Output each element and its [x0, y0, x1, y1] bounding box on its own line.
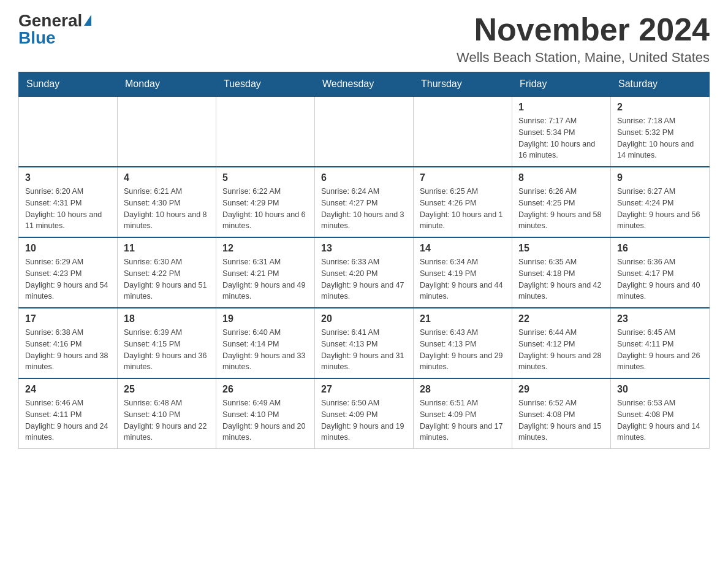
day-number: 30 [617, 384, 703, 395]
calendar-cell: 8Sunrise: 6:26 AMSunset: 4:25 PMDaylight… [512, 167, 611, 237]
day-number: 15 [518, 243, 604, 254]
day-number: 6 [321, 172, 407, 183]
weekday-header-monday: Monday [118, 72, 216, 97]
day-info: Sunrise: 6:52 AMSunset: 4:08 PMDaylight:… [518, 397, 604, 443]
day-info: Sunrise: 6:22 AMSunset: 4:29 PMDaylight:… [222, 186, 308, 232]
calendar-cell: 11Sunrise: 6:30 AMSunset: 4:22 PMDayligh… [118, 237, 216, 308]
day-info: Sunrise: 6:49 AMSunset: 4:10 PMDaylight:… [222, 397, 308, 443]
logo-blue: Blue [18, 28, 56, 47]
day-number: 14 [420, 243, 506, 254]
day-info: Sunrise: 6:36 AMSunset: 4:17 PMDaylight:… [617, 256, 703, 302]
day-number: 28 [420, 384, 506, 395]
calendar-cell: 13Sunrise: 6:33 AMSunset: 4:20 PMDayligh… [315, 237, 414, 308]
calendar-cell: 19Sunrise: 6:40 AMSunset: 4:14 PMDayligh… [216, 308, 315, 378]
title-area: November 2024 Wells Beach Station, Maine… [457, 12, 710, 66]
day-info: Sunrise: 6:35 AMSunset: 4:18 PMDaylight:… [518, 256, 604, 302]
day-info: Sunrise: 6:33 AMSunset: 4:20 PMDaylight:… [321, 256, 407, 302]
weekday-header-tuesday: Tuesday [216, 72, 315, 97]
day-info: Sunrise: 6:45 AMSunset: 4:11 PMDaylight:… [617, 327, 703, 373]
calendar-cell: 4Sunrise: 6:21 AMSunset: 4:30 PMDaylight… [118, 167, 216, 237]
calendar-cell: 1Sunrise: 7:17 AMSunset: 5:34 PMDaylight… [512, 96, 611, 167]
day-number: 18 [124, 313, 210, 324]
calendar-cell: 24Sunrise: 6:46 AMSunset: 4:11 PMDayligh… [19, 378, 118, 449]
calendar-cell: 16Sunrise: 6:36 AMSunset: 4:17 PMDayligh… [611, 237, 710, 308]
day-info: Sunrise: 6:40 AMSunset: 4:14 PMDaylight:… [222, 327, 308, 373]
calendar-cell [216, 96, 315, 167]
week-row-2: 3Sunrise: 6:20 AMSunset: 4:31 PMDaylight… [19, 167, 710, 237]
day-number: 2 [617, 102, 703, 113]
day-info: Sunrise: 7:17 AMSunset: 5:34 PMDaylight:… [518, 115, 604, 161]
day-info: Sunrise: 7:18 AMSunset: 5:32 PMDaylight:… [617, 115, 703, 161]
calendar-cell: 14Sunrise: 6:34 AMSunset: 4:19 PMDayligh… [414, 237, 512, 308]
day-number: 1 [518, 102, 604, 113]
day-info: Sunrise: 6:29 AMSunset: 4:23 PMDaylight:… [25, 256, 111, 302]
weekday-header-saturday: Saturday [611, 72, 710, 97]
day-info: Sunrise: 6:51 AMSunset: 4:09 PMDaylight:… [420, 397, 506, 443]
day-number: 22 [518, 313, 604, 324]
calendar-cell: 5Sunrise: 6:22 AMSunset: 4:29 PMDaylight… [216, 167, 315, 237]
calendar-cell: 23Sunrise: 6:45 AMSunset: 4:11 PMDayligh… [611, 308, 710, 378]
week-row-5: 24Sunrise: 6:46 AMSunset: 4:11 PMDayligh… [19, 378, 710, 449]
day-number: 16 [617, 243, 703, 254]
weekday-header-thursday: Thursday [414, 72, 512, 97]
logo: General Blue [18, 12, 91, 47]
calendar-cell: 7Sunrise: 6:25 AMSunset: 4:26 PMDaylight… [414, 167, 512, 237]
logo-triangle-icon [84, 15, 91, 26]
day-info: Sunrise: 6:26 AMSunset: 4:25 PMDaylight:… [518, 186, 604, 232]
day-number: 17 [25, 313, 111, 324]
calendar-cell: 2Sunrise: 7:18 AMSunset: 5:32 PMDaylight… [611, 96, 710, 167]
day-number: 26 [222, 384, 308, 395]
calendar-cell: 9Sunrise: 6:27 AMSunset: 4:24 PMDaylight… [611, 167, 710, 237]
day-number: 29 [518, 384, 604, 395]
calendar-cell: 15Sunrise: 6:35 AMSunset: 4:18 PMDayligh… [512, 237, 611, 308]
day-info: Sunrise: 6:25 AMSunset: 4:26 PMDaylight:… [420, 186, 506, 232]
calendar-cell: 30Sunrise: 6:53 AMSunset: 4:08 PMDayligh… [611, 378, 710, 449]
day-info: Sunrise: 6:31 AMSunset: 4:21 PMDaylight:… [222, 256, 308, 302]
day-number: 3 [25, 172, 111, 183]
day-number: 10 [25, 243, 111, 254]
day-info: Sunrise: 6:41 AMSunset: 4:13 PMDaylight:… [321, 327, 407, 373]
title-location: Wells Beach Station, Maine, United State… [457, 50, 710, 66]
calendar-cell: 28Sunrise: 6:51 AMSunset: 4:09 PMDayligh… [414, 378, 512, 449]
weekday-header-row: SundayMondayTuesdayWednesdayThursdayFrid… [19, 72, 710, 97]
day-info: Sunrise: 6:21 AMSunset: 4:30 PMDaylight:… [124, 186, 210, 232]
calendar-cell: 21Sunrise: 6:43 AMSunset: 4:13 PMDayligh… [414, 308, 512, 378]
calendar-cell [315, 96, 414, 167]
day-number: 11 [124, 243, 210, 254]
day-number: 5 [222, 172, 308, 183]
week-row-4: 17Sunrise: 6:38 AMSunset: 4:16 PMDayligh… [19, 308, 710, 378]
calendar-cell: 3Sunrise: 6:20 AMSunset: 4:31 PMDaylight… [19, 167, 118, 237]
calendar-cell [19, 96, 118, 167]
day-info: Sunrise: 6:27 AMSunset: 4:24 PMDaylight:… [617, 186, 703, 232]
header: General Blue November 2024 Wells Beach S… [18, 12, 710, 66]
day-info: Sunrise: 6:46 AMSunset: 4:11 PMDaylight:… [25, 397, 111, 443]
calendar-cell: 12Sunrise: 6:31 AMSunset: 4:21 PMDayligh… [216, 237, 315, 308]
calendar-cell: 26Sunrise: 6:49 AMSunset: 4:10 PMDayligh… [216, 378, 315, 449]
day-info: Sunrise: 6:53 AMSunset: 4:08 PMDaylight:… [617, 397, 703, 443]
day-number: 21 [420, 313, 506, 324]
calendar-cell: 20Sunrise: 6:41 AMSunset: 4:13 PMDayligh… [315, 308, 414, 378]
weekday-header-friday: Friday [512, 72, 611, 97]
day-info: Sunrise: 6:24 AMSunset: 4:27 PMDaylight:… [321, 186, 407, 232]
day-info: Sunrise: 6:50 AMSunset: 4:09 PMDaylight:… [321, 397, 407, 443]
day-number: 24 [25, 384, 111, 395]
calendar-cell: 29Sunrise: 6:52 AMSunset: 4:08 PMDayligh… [512, 378, 611, 449]
day-info: Sunrise: 6:30 AMSunset: 4:22 PMDaylight:… [124, 256, 210, 302]
day-number: 19 [222, 313, 308, 324]
day-info: Sunrise: 6:43 AMSunset: 4:13 PMDaylight:… [420, 327, 506, 373]
day-info: Sunrise: 6:38 AMSunset: 4:16 PMDaylight:… [25, 327, 111, 373]
day-number: 13 [321, 243, 407, 254]
day-number: 8 [518, 172, 604, 183]
calendar-cell [118, 96, 216, 167]
week-row-1: 1Sunrise: 7:17 AMSunset: 5:34 PMDaylight… [19, 96, 710, 167]
calendar-cell: 17Sunrise: 6:38 AMSunset: 4:16 PMDayligh… [19, 308, 118, 378]
day-info: Sunrise: 6:34 AMSunset: 4:19 PMDaylight:… [420, 256, 506, 302]
day-number: 20 [321, 313, 407, 324]
calendar-cell: 25Sunrise: 6:48 AMSunset: 4:10 PMDayligh… [118, 378, 216, 449]
day-number: 7 [420, 172, 506, 183]
weekday-header-sunday: Sunday [19, 72, 118, 97]
calendar-table: SundayMondayTuesdayWednesdayThursdayFrid… [18, 72, 710, 449]
day-info: Sunrise: 6:39 AMSunset: 4:15 PMDaylight:… [124, 327, 210, 373]
calendar-cell: 27Sunrise: 6:50 AMSunset: 4:09 PMDayligh… [315, 378, 414, 449]
title-month-year: November 2024 [457, 12, 710, 47]
